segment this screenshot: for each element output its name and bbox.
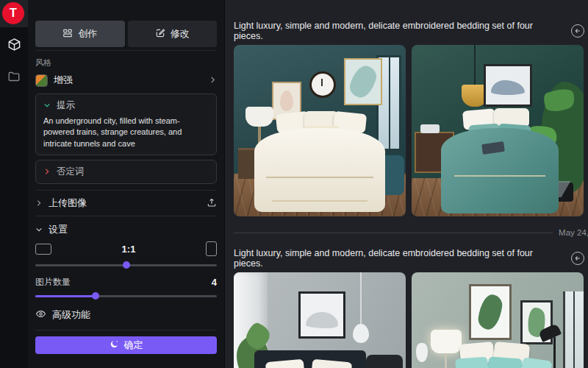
prompt-section[interactable]: 提示 An underground city, filled with stea… (35, 93, 217, 155)
date-label: May 24, (559, 228, 588, 237)
cube-icon (7, 38, 21, 54)
negative-section[interactable]: 否定词 (35, 160, 217, 184)
slider-thumb[interactable] (123, 261, 130, 269)
settings-section-label: 设置 (49, 223, 68, 236)
tab-create[interactable]: 创作 (35, 21, 125, 47)
upload-section-label: 上传图像 (49, 197, 87, 210)
edit-icon (155, 28, 165, 40)
divider (35, 50, 217, 51)
advanced-features-toggle[interactable]: 高级功能 (35, 308, 217, 322)
style-selector[interactable]: 增强 (35, 72, 217, 88)
sidebar-item-files[interactable] (0, 67, 28, 89)
chevron-down-icon (35, 224, 43, 236)
eye-icon (35, 308, 46, 322)
reuse-prompt-button[interactable] (571, 252, 584, 265)
generation-group-header: Light luxury, simple and modern, delicat… (234, 24, 584, 38)
generated-image[interactable] (234, 45, 406, 216)
reuse-prompt-button[interactable] (571, 24, 584, 38)
sidebar-item-generate[interactable] (0, 35, 28, 57)
confirm-button[interactable]: 确定 (35, 336, 217, 354)
chevron-right-icon (43, 167, 51, 177)
icon-rail: T (0, 0, 28, 368)
style-section-label: 风格 (35, 57, 217, 68)
generation-history: Light luxury, simple and modern, delicat… (225, 0, 588, 368)
control-panel: 创作 修改 风格 增强 (28, 0, 225, 368)
aspect-ratio-value: 1:1 (122, 244, 136, 255)
portrait-ratio-icon[interactable] (206, 241, 217, 256)
chevron-down-icon (43, 101, 51, 111)
chevron-right-icon (209, 74, 217, 87)
app-logo[interactable]: T (2, 2, 24, 24)
divider (35, 330, 217, 330)
image-count-label: 图片数量 (35, 276, 71, 289)
grid-icon (62, 28, 73, 40)
folder-icon (7, 70, 21, 86)
style-thumbnail (35, 74, 48, 87)
aspect-ratio-slider[interactable] (35, 264, 217, 266)
negative-section-label: 否定词 (57, 166, 85, 178)
image-count-slider[interactable] (35, 295, 217, 297)
crescent-icon (110, 339, 119, 351)
prompt-text[interactable]: An underground city, filled with steam-p… (43, 116, 209, 149)
confirm-button-label: 确定 (124, 339, 143, 352)
settings-section-header[interactable]: 设置 (35, 216, 217, 238)
image-count-row: 图片数量 4 (35, 276, 217, 289)
image-row (234, 45, 584, 216)
arrow-left-circle-icon (574, 253, 581, 264)
divider-line (234, 233, 553, 233)
app-window: T (0, 0, 588, 368)
prompt-section-label: 提示 (57, 99, 75, 112)
upload-image-section[interactable]: 上传图像 (35, 190, 217, 216)
generated-image[interactable] (234, 272, 406, 368)
tab-modify-label: 修改 (171, 27, 190, 40)
tab-modify[interactable]: 修改 (128, 21, 218, 47)
style-value: 增强 (54, 74, 73, 87)
chevron-right-icon (35, 198, 43, 209)
image-count-value: 4 (212, 277, 217, 288)
advanced-features-label: 高级功能 (52, 308, 90, 322)
slider-thumb[interactable] (92, 292, 99, 300)
arrow-left-circle-icon (574, 26, 581, 37)
upload-icon[interactable] (207, 197, 217, 210)
generation-prompt: Light luxury, simple and modern, delicat… (234, 248, 564, 269)
generated-image[interactable] (412, 45, 584, 216)
generation-group-header: Light luxury, simple and modern, delicat… (234, 251, 584, 266)
generation-prompt: Light luxury, simple and modern, delicat… (234, 21, 564, 41)
date-divider: May 24, (234, 227, 584, 238)
aspect-ratio-row: 1:1 (35, 241, 217, 256)
landscape-ratio-icon[interactable] (35, 244, 51, 255)
mode-tabs: 创作 修改 (35, 21, 217, 47)
app-logo-letter: T (10, 7, 17, 20)
generated-image[interactable] (412, 272, 584, 368)
tab-create-label: 创作 (78, 27, 97, 40)
image-row (234, 272, 584, 368)
